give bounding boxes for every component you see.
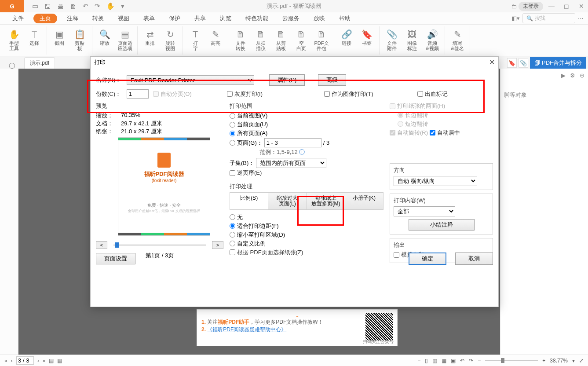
menu-protect[interactable]: 保护 (164, 13, 185, 24)
next-page-icon[interactable]: › (37, 358, 39, 364)
open-icon[interactable]: ▭ (32, 2, 38, 10)
grayscale-checkbox[interactable]: 灰度打印(I) (227, 90, 263, 98)
layout-cover-icon[interactable]: ▣ (451, 358, 456, 364)
hand-icon[interactable]: ✋ (106, 2, 115, 10)
preview-next-button[interactable]: > (212, 241, 223, 249)
play-icon[interactable]: ▶ (561, 72, 566, 79)
close-button[interactable]: ✕ (575, 3, 588, 10)
ribbon-typewriter[interactable]: T打 字 (186, 26, 205, 55)
attachments-panel-icon[interactable]: 📎 (519, 58, 528, 68)
merge-split-button[interactable]: 🗐PDF合并与拆分 (530, 57, 586, 69)
ribbon-clipboard[interactable]: 📋剪贴 板 (70, 26, 89, 55)
menu-cloud[interactable]: 云服务 (278, 13, 304, 24)
layout-continuous-icon[interactable]: ▥ (432, 358, 437, 364)
fit-none-radio[interactable] (230, 214, 235, 220)
ribbon-highlight[interactable]: ✎高亮 (206, 26, 225, 55)
login-button[interactable]: 未登录 (519, 2, 543, 11)
ok-button[interactable]: 确定 (409, 253, 446, 265)
proc-scale-button[interactable]: 比例(S) (230, 193, 268, 209)
first-page-icon[interactable]: « (4, 358, 7, 364)
zoom-slider[interactable] (485, 360, 538, 361)
undo-icon[interactable]: ↶ (83, 2, 88, 10)
summarize-comments-button[interactable]: 小结注释 (409, 219, 475, 231)
save-icon[interactable]: 🖫 (44, 3, 51, 10)
pages-input[interactable] (264, 138, 321, 147)
zoom-out-icon[interactable]: − (417, 358, 420, 364)
menu-overflow-icon[interactable]: ⋯ (578, 15, 584, 22)
ribbon-reflow[interactable]: ⇄重排 (140, 26, 160, 55)
all-pages-radio[interactable] (230, 131, 235, 136)
preview-slider[interactable] (113, 242, 206, 248)
print-content-select[interactable]: 全部 (394, 206, 455, 216)
print-as-image-checkbox[interactable]: 作为图像打印(T) (324, 90, 373, 98)
menu-comment[interactable]: 注释 (62, 13, 83, 24)
proc-shrink-button[interactable]: 缩放过大 页面(L) (268, 193, 307, 209)
layout-facing-icon[interactable]: ▦ (442, 358, 446, 364)
zoom-in-icon[interactable]: + (542, 358, 545, 364)
ribbon-pdf-file[interactable]: 🗎PDF文 件包 (312, 26, 331, 55)
sb-icon-1[interactable]: ▤ (49, 358, 54, 364)
print-icon[interactable]: 🖶 (57, 3, 64, 10)
sb-icon-2[interactable]: ▦ (57, 358, 62, 364)
ribbon-bookmark[interactable]: 🔖书签 (357, 26, 376, 55)
menu-slideshow[interactable]: 放映 (309, 13, 329, 24)
folder-icon[interactable]: 🗀 (511, 3, 517, 10)
ribbon-audio-video[interactable]: 🔊音频 &视频 (423, 26, 442, 55)
last-page-icon[interactable]: » (43, 358, 46, 364)
fullscreen-icon[interactable]: ⤢ (579, 358, 584, 364)
ribbon-from-scanner[interactable]: 🗎从扫 描仪 (251, 26, 270, 55)
menu-view[interactable]: 视图 (113, 13, 134, 24)
proc-booklet-button[interactable]: 小册子(K) (345, 193, 383, 209)
ribbon-from-clipboard[interactable]: 🗎从剪 贴板 (271, 26, 291, 55)
ribbon-hand-tool[interactable]: ✋手型 工具 (4, 26, 24, 55)
ribbon-fit[interactable]: ▤页面适 应选项 (115, 26, 135, 55)
pages-radio[interactable] (230, 140, 235, 146)
export-icon[interactable]: 🗎 (70, 3, 77, 10)
reverse-order-checkbox[interactable]: 逆页序(E) (230, 169, 262, 177)
fit-margin-radio[interactable] (230, 223, 235, 229)
layout-single-icon[interactable]: ▯ (425, 358, 428, 364)
qat-more-icon[interactable]: ▾ (121, 2, 124, 10)
cancel-button[interactable]: 取消 (455, 253, 493, 265)
menu-file[interactable]: 文件 (8, 13, 28, 24)
document-tab[interactable]: 演示.pdf (24, 57, 55, 69)
start-icon[interactable]: ◯ (4, 62, 20, 69)
current-page-radio[interactable] (230, 122, 235, 128)
maximize-button[interactable]: ◻ (560, 3, 573, 10)
orientation-select[interactable]: 自动 横向/纵向 (394, 176, 477, 186)
printer-select[interactable]: Foxit PDF Reader Printer (127, 75, 254, 85)
advanced-button[interactable]: 高级 (318, 74, 346, 86)
fit-custom-radio[interactable] (230, 241, 235, 246)
style-icon[interactable]: ◧▾ (511, 15, 520, 22)
minimize-button[interactable]: — (545, 3, 558, 10)
ribbon-rotate[interactable]: ↻旋转 视图 (161, 26, 180, 55)
ribbon-image-annot[interactable]: 🖼图像 标注 (402, 26, 422, 55)
rotate-left-icon[interactable]: ↶ (460, 358, 464, 364)
promo-help-link[interactable]: 《福昕PDF阅读器疑难帮助中心》 (207, 326, 286, 333)
dialog-close-icon[interactable]: ✕ (489, 58, 495, 66)
menu-share[interactable]: 共享 (190, 13, 210, 24)
prev-page-icon[interactable]: ‹ (11, 358, 13, 364)
bleed-marks-checkbox[interactable]: 出血标记 (417, 90, 448, 98)
properties-button[interactable]: 属性(P) (269, 74, 305, 86)
menu-browse[interactable]: 浏览 (215, 13, 236, 24)
preview-prev-button[interactable]: < (96, 241, 107, 249)
menu-form[interactable]: 表单 (139, 13, 159, 24)
proc-multi-button[interactable]: 每张纸上 放置多页(M) (307, 193, 345, 209)
redo-icon[interactable]: ↷ (95, 2, 100, 10)
menu-features[interactable]: 特色功能 (241, 13, 273, 24)
ribbon-zoom[interactable]: 🔍缩放 (95, 26, 114, 55)
ribbon-link[interactable]: 🔗链接 (337, 26, 356, 55)
ribbon-fill-sign[interactable]: ✎填写 &签名 (448, 26, 467, 55)
subset-select[interactable]: 范围内的所有页面 (256, 158, 326, 168)
gear-icon[interactable]: ⚙ (570, 72, 575, 79)
menu-help[interactable]: 帮助 (335, 13, 355, 24)
page-number-input[interactable] (16, 356, 34, 365)
ribbon-snapshot[interactable]: ▣截图 (50, 26, 69, 55)
ribbon-blank[interactable]: 🗎空 白页 (292, 26, 311, 55)
info-icon[interactable]: ⓘ (299, 149, 305, 155)
ribbon-select[interactable]: ⌶选择 (25, 26, 44, 55)
ribbon-file-attach[interactable]: 📎文件 附件 (382, 26, 402, 55)
search-input[interactable]: 🔍搜找 (522, 13, 575, 23)
promo-arrow-icon[interactable]: ⌄ (201, 312, 393, 318)
